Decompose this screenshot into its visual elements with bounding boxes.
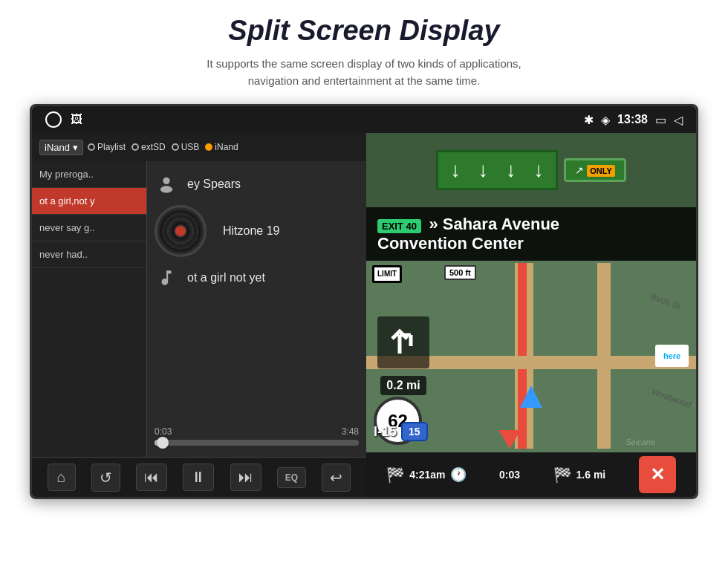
- page-subtitle: It supports the same screen display of t…: [30, 56, 698, 89]
- limit-text: LIMIT: [377, 270, 397, 279]
- progress-bar[interactable]: [155, 440, 359, 446]
- source-row: iNand ▾ Playlist extSD: [32, 133, 366, 161]
- music-content: My preroga.. ot a girl,not y never say g…: [32, 161, 366, 457]
- playlist-item-3[interactable]: never say g..: [32, 215, 146, 241]
- device-frame: 🖼 ✱ ◈ 13:38 ▭ ◁ iNand ▾: [30, 104, 698, 499]
- here-logo: here: [655, 345, 689, 367]
- extsd-label: extSD: [141, 142, 166, 152]
- status-left: 🖼: [45, 111, 82, 128]
- westwood-label: Westwood: [650, 386, 692, 410]
- highway-shield: 15: [401, 422, 428, 441]
- highway-shield-number: 15: [409, 426, 420, 438]
- track-info: ey Spears Hitzone 19: [155, 172, 359, 290]
- time-current: 0:03: [155, 426, 172, 437]
- artist-name: ey Spears: [187, 178, 241, 191]
- time-total: 3:48: [342, 426, 359, 437]
- vinyl-center: [174, 224, 187, 238]
- nav-street-2: Convention Center: [377, 234, 685, 253]
- nav-panel: ↓ ↓ ↓ ↓ ↗ ONLY EXIT 40 » Sahara Avenue C…: [366, 133, 696, 497]
- nav-street-1: » Sahara Avenue: [429, 215, 559, 233]
- distance-label: 0.2 mi: [380, 376, 426, 395]
- extsd-radio: [131, 143, 139, 151]
- status-time: 13:38: [617, 113, 648, 126]
- only-badge: ONLY: [587, 165, 615, 177]
- music-icon: [155, 266, 178, 290]
- artist-row: ey Spears: [155, 172, 359, 196]
- green-arrow-sign: ↓ ↓ ↓ ↓: [436, 150, 558, 190]
- distance-item: 🏁 1.6 mi: [553, 466, 606, 484]
- inand-radio: [205, 143, 212, 151]
- source-options: Playlist extSD USB iNand: [88, 142, 238, 152]
- highway-info: I-15 15: [374, 422, 428, 441]
- direction-arrow: [498, 430, 521, 449]
- home-circle-icon: [45, 111, 62, 128]
- extsd-option[interactable]: extSD: [131, 142, 166, 152]
- song-name: ot a girl not yet: [187, 271, 265, 284]
- location-icon: ◈: [601, 113, 610, 127]
- svg-point-0: [163, 178, 169, 184]
- eq-button[interactable]: EQ: [277, 467, 306, 488]
- source-dropdown[interactable]: iNand ▾: [39, 140, 83, 155]
- flag-end-icon: 🏁: [553, 466, 572, 484]
- nav-info-box: EXIT 40 » Sahara Avenue Convention Cente…: [366, 207, 696, 261]
- controls-bar: ⌂ ↺ ⏮ ⏸ ⏭ EQ ↩: [32, 457, 366, 497]
- music-panel: iNand ▾ Playlist extSD: [32, 133, 366, 497]
- dropdown-chevron: ▾: [73, 142, 78, 153]
- usb-option[interactable]: USB: [172, 142, 200, 152]
- green-sign-only: ↗ ONLY: [564, 158, 625, 182]
- map-background: ↓ ↓ ↓ ↓ ↗ ONLY EXIT 40 » Sahara Avenue C…: [366, 133, 696, 497]
- album-row: Hitzone 19: [155, 205, 359, 257]
- page-wrapper: Split Screen Display It supports the sam…: [0, 0, 728, 507]
- split-screen: iNand ▾ Playlist extSD: [32, 133, 696, 497]
- playlist-item-2[interactable]: ot a girl,not y: [32, 188, 146, 215]
- album-name: Hitzone 19: [223, 224, 280, 238]
- road-signs-area: ↓ ↓ ↓ ↓ ↗ ONLY: [366, 133, 696, 207]
- speed-limit-sign: LIMIT: [372, 265, 402, 283]
- arrival-icon: 🕐: [450, 466, 467, 483]
- progress-thumb: [157, 437, 169, 449]
- player-center: ey Spears Hitzone 19: [147, 161, 366, 457]
- flag-start-icon: 🏁: [386, 466, 405, 484]
- playlist-option[interactable]: Playlist: [88, 142, 126, 152]
- birch-st-label: Birch St: [649, 291, 682, 312]
- inand-label: iNand: [215, 142, 238, 152]
- status-right: ✱ ◈ 13:38 ▭ ◁: [584, 113, 683, 127]
- vinyl-disc: [155, 205, 207, 257]
- svg-point-1: [160, 186, 172, 192]
- progress-section: 0:03 3:48: [155, 426, 359, 449]
- playlist-radio: [88, 143, 95, 151]
- arrival-time: 4:21am: [409, 469, 445, 481]
- playlist-item-1[interactable]: My preroga..: [32, 161, 146, 188]
- usb-label: USB: [181, 142, 200, 152]
- duration-item: 0:03: [499, 469, 520, 481]
- nav-close-button[interactable]: ✕: [639, 456, 676, 493]
- bluetooth-icon: ✱: [584, 113, 594, 127]
- time-labels: 0:03 3:48: [155, 426, 359, 437]
- next-button[interactable]: ⏭: [230, 464, 261, 491]
- person-icon: [155, 172, 178, 196]
- image-icon: 🖼: [71, 113, 82, 126]
- repeat-button[interactable]: ↺: [91, 464, 120, 492]
- page-title: Split Screen Display: [30, 15, 698, 47]
- song-row: ot a girl not yet: [155, 266, 359, 290]
- prev-button[interactable]: ⏮: [136, 464, 167, 491]
- usb-radio: [172, 143, 179, 151]
- maneuver-icon: [377, 316, 429, 368]
- playlist-sidebar: My preroga.. ot a girl,not y never say g…: [32, 161, 147, 457]
- distance-remaining: 1.6 mi: [576, 469, 606, 481]
- exit-label: EXIT 40: [377, 219, 421, 233]
- screen-icon: ▭: [655, 113, 666, 127]
- inand-option[interactable]: iNand: [205, 142, 238, 152]
- nav-bottom-bar: 🏁 4:21am 🕐 0:03 🏁 1.6 mi ✕: [366, 452, 696, 497]
- duration-value: 0:03: [499, 469, 520, 481]
- watermark: Seicane: [625, 438, 655, 446]
- arrival-time-item: 🏁 4:21am 🕐: [386, 466, 466, 484]
- play-pause-button[interactable]: ⏸: [183, 464, 214, 491]
- back-icon: ◁: [674, 113, 683, 127]
- playlist-label: Playlist: [97, 142, 126, 152]
- back-button[interactable]: ↩: [322, 464, 351, 492]
- position-marker: [520, 386, 542, 408]
- home-button[interactable]: ⌂: [48, 464, 76, 491]
- highway-text: I-15: [374, 424, 397, 440]
- playlist-item-4[interactable]: never had..: [32, 241, 146, 268]
